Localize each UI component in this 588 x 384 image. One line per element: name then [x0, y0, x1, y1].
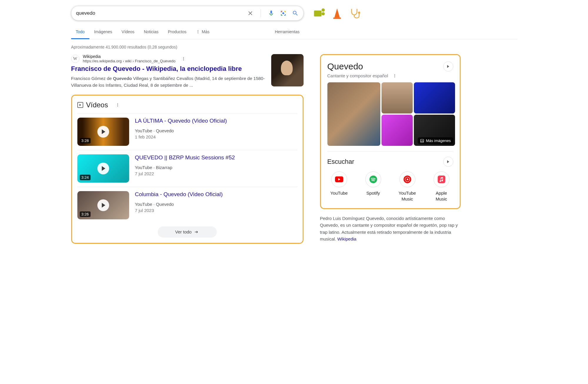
video-thumbnail[interactable]: 3:26 — [77, 191, 129, 219]
svg-point-12 — [322, 12, 325, 15]
search-input[interactable] — [76, 10, 247, 16]
video-title[interactable]: QUEVEDO || BZRP Music Sessions #52 — [135, 154, 235, 161]
lens-search-icon[interactable] — [280, 10, 287, 17]
video-thumbnail[interactable]: 3:24 — [77, 154, 129, 183]
svg-point-8 — [282, 12, 284, 14]
voice-search-icon[interactable] — [268, 10, 274, 16]
result-snippet: Francisco Gómez de Quevedo Villegas y Sa… — [71, 75, 265, 89]
youtube-icon — [331, 171, 347, 187]
videos-heading: Vídeos — [86, 101, 108, 109]
apple-music-icon — [434, 171, 449, 187]
video-item: 3:28 LA ÚLTIMA - Quevedo (Video Oficial)… — [77, 113, 297, 150]
result-thumbnail[interactable] — [271, 54, 304, 86]
clear-icon[interactable] — [247, 10, 254, 16]
kp-image[interactable] — [382, 115, 413, 146]
video-source: YouTube · Quevedo — [135, 202, 223, 207]
video-duration: 3:26 — [80, 211, 91, 217]
svg-point-11 — [322, 9, 325, 12]
wikipedia-favicon-icon: W — [71, 55, 79, 63]
kp-description: Pedro Luis Domínguez Quevedo, conocido a… — [320, 215, 461, 242]
svg-point-25 — [394, 75, 395, 76]
svg-point-14 — [358, 12, 360, 14]
cone-doodle-icon — [331, 7, 344, 20]
video-item: 3:26 Columbia - Quevedo (Video Oficial) … — [77, 187, 297, 223]
arrow-right-icon — [194, 229, 199, 235]
listen-apple-music[interactable]: Apple Music — [430, 171, 453, 202]
svg-rect-13 — [333, 18, 341, 19]
kp-expand-button[interactable] — [443, 61, 453, 71]
divider — [261, 9, 261, 17]
kp-listen-expand-button[interactable] — [443, 157, 453, 167]
stethoscope-doodle-icon — [349, 7, 362, 20]
video-title[interactable]: Columbia - Quevedo (Video Oficial) — [135, 191, 223, 198]
video-source: YouTube · Bizarrap — [135, 165, 235, 170]
search-icon[interactable] — [292, 10, 299, 16]
doodle-icons — [312, 7, 362, 20]
svg-rect-32 — [438, 176, 445, 183]
tab-more[interactable]: Más — [191, 25, 214, 39]
kp-wikipedia-link[interactable]: Wikipedia — [337, 236, 357, 241]
kp-listen-heading: Escuchar — [327, 158, 354, 166]
svg-point-21 — [117, 103, 118, 104]
tabs-row: Todo Imágenes Vídeos Noticias Productos … — [71, 25, 517, 39]
kp-image[interactable] — [414, 82, 455, 113]
more-images-button[interactable]: Más imágenes — [418, 137, 453, 144]
svg-point-19 — [183, 58, 184, 59]
spotify-icon — [365, 171, 381, 187]
svg-point-17 — [198, 33, 198, 33]
more-vert-icon — [196, 30, 200, 34]
image-icon — [420, 139, 424, 143]
videos-panel: Vídeos 3:28 LA ÚLTIMA - Quevedo (Video O… — [71, 95, 304, 244]
svg-point-20 — [183, 59, 184, 60]
video-date: 7 jul 2022 — [135, 171, 235, 176]
kp-image-grid: Más imágenes — [327, 82, 453, 146]
video-duration: 3:28 — [80, 138, 91, 143]
svg-point-16 — [198, 31, 198, 32]
chevron-right-icon — [447, 160, 449, 163]
play-icon — [97, 163, 109, 174]
chevron-right-icon — [447, 65, 449, 68]
youtube-music-icon — [399, 171, 415, 187]
knowledge-panel: Quevedo Cantante y compositor español — [320, 54, 461, 209]
kp-title: Quevedo — [327, 61, 363, 71]
svg-rect-3 — [285, 11, 286, 12]
result-url: https://es.wikipedia.org › wiki › Franci… — [83, 59, 176, 63]
play-icon — [97, 126, 109, 138]
videos-more-icon[interactable] — [116, 103, 120, 107]
listen-youtube-music[interactable]: YouTube Music — [396, 171, 419, 202]
tab-all[interactable]: Todo — [71, 25, 89, 39]
video-duration: 3:24 — [80, 175, 91, 180]
svg-rect-7 — [285, 14, 286, 16]
tab-images[interactable]: Imágenes — [89, 25, 117, 39]
svg-point-18 — [183, 57, 184, 58]
kp-more-icon[interactable] — [393, 74, 397, 78]
tools-button[interactable]: Herramientas — [270, 25, 304, 39]
kp-subtitle: Cantante y compositor español — [327, 73, 388, 78]
tab-news[interactable]: Noticias — [139, 25, 163, 39]
result-stats: Aproximadamente 41.900.000 resultados (0… — [71, 45, 517, 49]
tab-videos[interactable]: Vídeos — [117, 25, 139, 39]
listen-spotify[interactable]: Spotify — [362, 171, 385, 202]
video-thumbnail[interactable]: 3:28 — [77, 118, 129, 146]
kp-image[interactable] — [382, 82, 413, 113]
kp-image[interactable]: Más imágenes — [414, 115, 455, 146]
play-icon — [97, 199, 109, 211]
video-source: YouTube · Quevedo — [135, 128, 227, 133]
video-section-icon — [77, 102, 83, 108]
video-title[interactable]: LA ÚLTIMA - Quevedo (Video Oficial) — [135, 118, 227, 124]
svg-rect-27 — [421, 139, 424, 142]
svg-point-24 — [394, 74, 395, 75]
camera-doodle-icon — [312, 7, 325, 20]
tab-products[interactable]: Productos — [163, 25, 191, 39]
video-date: 1 feb 2024 — [135, 134, 227, 139]
result-title[interactable]: Francisco de Quevedo - Wikipedia, la enc… — [71, 65, 265, 73]
search-bar-row — [71, 0, 517, 24]
see-all-button[interactable]: Ver todo — [158, 226, 217, 238]
listen-youtube[interactable]: YouTube — [327, 171, 351, 202]
result-source-name: Wikipedia — [83, 54, 176, 59]
video-item: 3:24 QUEVEDO || BZRP Music Sessions #52 … — [77, 150, 297, 187]
svg-rect-5 — [281, 14, 281, 16]
kp-image[interactable] — [327, 82, 380, 146]
result-more-icon[interactable] — [181, 57, 186, 61]
svg-rect-1 — [281, 11, 281, 12]
